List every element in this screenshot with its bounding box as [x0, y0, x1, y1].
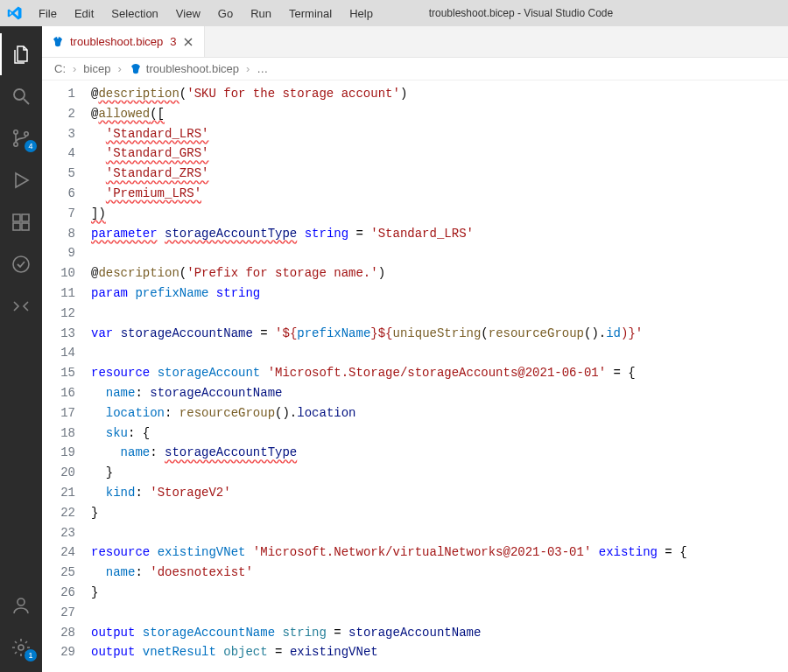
account-icon: [11, 595, 32, 616]
remote-icon: [11, 296, 32, 317]
activity-run-debug[interactable]: [0, 159, 42, 201]
activity-search[interactable]: [0, 75, 42, 117]
code-editor[interactable]: 1234567891011121314151617181920212223242…: [42, 80, 788, 672]
svg-point-10: [18, 598, 25, 606]
svg-point-4: [25, 132, 28, 136]
menu-run[interactable]: Run: [243, 4, 278, 24]
bicep-file-icon: [51, 35, 65, 49]
svg-rect-7: [22, 223, 29, 230]
settings-badge: 1: [25, 649, 37, 662]
chevron-right-icon: ›: [117, 62, 121, 75]
code-content[interactable]: @description('SKU for the storage accoun…: [91, 80, 788, 672]
activity-remote[interactable]: [0, 285, 42, 327]
svg-point-12: [57, 37, 59, 38]
scm-badge: 4: [25, 140, 37, 152]
files-icon: [11, 44, 32, 65]
activity-explorer[interactable]: [0, 33, 42, 75]
menu-go[interactable]: Go: [211, 4, 240, 24]
line-number-gutter: 1234567891011121314151617181920212223242…: [42, 80, 91, 672]
tab-close-button[interactable]: [181, 35, 195, 49]
breadcrumb-seg-0[interactable]: C:: [54, 62, 66, 75]
activity-test[interactable]: [0, 243, 42, 285]
tab-problem-count: 3: [170, 35, 176, 48]
svg-point-0: [14, 89, 25, 100]
tab-bar: troubleshoot.bicep 3: [42, 26, 788, 58]
search-icon: [11, 86, 32, 107]
svg-point-2: [14, 130, 18, 134]
play-bug-icon: [11, 170, 32, 191]
extensions-icon: [11, 212, 32, 233]
svg-point-9: [13, 256, 29, 272]
chevron-right-icon: ›: [73, 62, 76, 75]
menu-selection[interactable]: Selection: [104, 4, 165, 24]
menu-file[interactable]: File: [32, 4, 64, 24]
menu-edit[interactable]: Edit: [67, 4, 101, 24]
activity-accounts[interactable]: [0, 584, 42, 626]
bicep-file-icon: [129, 62, 143, 76]
breadcrumb[interactable]: C: › bicep › troubleshoot.bicep › …: [42, 58, 788, 80]
tab-filename: troubleshoot.bicep: [70, 35, 163, 48]
activity-source-control[interactable]: 4: [0, 117, 42, 159]
svg-rect-8: [22, 214, 29, 221]
svg-point-3: [14, 143, 18, 146]
menu-help[interactable]: Help: [342, 4, 380, 24]
breadcrumb-seg-2[interactable]: troubleshoot.bicep: [146, 62, 239, 75]
activity-bar: 4 1: [0, 26, 42, 672]
tab-troubleshoot-bicep[interactable]: troubleshoot.bicep 3: [42, 26, 205, 57]
breadcrumb-seg-1[interactable]: bicep: [83, 62, 110, 75]
svg-rect-5: [13, 214, 20, 221]
svg-rect-6: [13, 223, 20, 230]
menu-view[interactable]: View: [169, 4, 208, 24]
title-bar: File Edit Selection View Go Run Terminal…: [0, 0, 788, 26]
activity-settings[interactable]: 1: [0, 626, 42, 668]
svg-point-11: [18, 645, 24, 650]
breadcrumb-tail: …: [257, 62, 268, 75]
chevron-right-icon: ›: [246, 62, 250, 75]
svg-line-1: [24, 99, 29, 104]
menu-terminal[interactable]: Terminal: [282, 4, 339, 24]
close-icon: [183, 37, 193, 47]
activity-extensions[interactable]: [0, 201, 42, 243]
beaker-check-icon: [11, 254, 32, 275]
window-title: troubleshoot.bicep - Visual Studio Code: [383, 7, 781, 19]
vscode-logo-icon: [7, 5, 23, 21]
editor-area: troubleshoot.bicep 3 C: › bicep › troubl…: [42, 26, 788, 672]
